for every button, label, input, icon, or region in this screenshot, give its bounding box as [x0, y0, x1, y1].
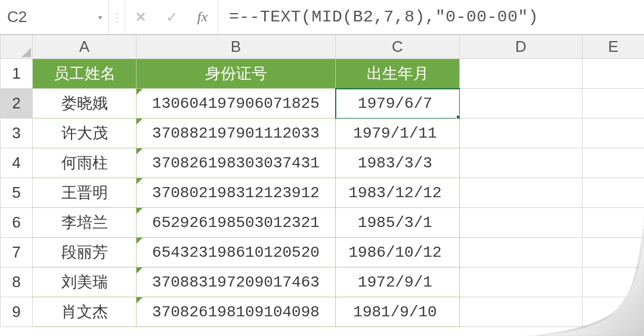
cell-A2[interactable]: 娄晓娥	[33, 89, 137, 119]
row-1: 1 员工姓名 身份证号 出生年月	[1, 59, 645, 89]
cell-E7[interactable]	[583, 238, 645, 267]
cell-A7[interactable]: 段丽芳	[33, 238, 137, 267]
cell-D8[interactable]	[460, 267, 583, 297]
row-4: 4 何雨柱 370826198303037431 1983/3/3	[1, 148, 645, 178]
row-3: 3 许大茂 370882197901112033 1979/1/11	[1, 119, 645, 148]
spreadsheet-grid: A B C D E 1 员工姓名 身份证号 出生年月 2 娄晓娥 1306041…	[0, 35, 644, 327]
cell-A5[interactable]: 王晋明	[33, 178, 137, 208]
cell-E4[interactable]	[583, 148, 645, 178]
cell-C9[interactable]: 1981/9/10	[336, 297, 460, 327]
cell-C5[interactable]: 1983/12/12	[336, 178, 460, 208]
cell-E5[interactable]	[583, 178, 645, 208]
cancel-formula-button[interactable]: ✕	[125, 0, 156, 34]
cell-C6[interactable]: 1985/3/1	[336, 208, 460, 238]
cell-E9[interactable]	[583, 297, 645, 327]
cell-A6[interactable]: 李培兰	[33, 208, 137, 238]
cell-A9[interactable]: 肖文杰	[33, 297, 137, 327]
formula-bar: C2 ▼ ⋮ ✕ ✓ fx =--TEXT(MID(B2,7,8),"0-00-…	[0, 0, 644, 35]
row-header-7[interactable]: 7	[1, 238, 33, 267]
insert-function-button[interactable]: fx	[187, 0, 218, 34]
cell-E8[interactable]	[583, 267, 645, 297]
check-icon: ✓	[166, 9, 178, 26]
cell-B8[interactable]: 370883197209017463	[137, 267, 336, 297]
cell-C8[interactable]: 1972/9/1	[336, 267, 460, 297]
cell-B1[interactable]: 身份证号	[137, 59, 336, 89]
col-header-A[interactable]: A	[33, 35, 137, 59]
formula-bar-divider: ⋮	[109, 0, 125, 34]
row-7: 7 段丽芳 654323198610120520 1986/10/12	[1, 238, 645, 267]
cell-C7[interactable]: 1986/10/12	[336, 238, 460, 267]
row-5: 5 王晋明 370802198312123912 1983/12/12	[1, 178, 645, 208]
cell-B9[interactable]: 370826198109104098	[137, 297, 336, 327]
chevron-down-icon[interactable]: ▼	[97, 14, 103, 20]
enter-formula-button[interactable]: ✓	[156, 0, 187, 34]
cell-D4[interactable]	[460, 148, 583, 178]
col-header-E[interactable]: E	[583, 35, 645, 59]
cell-D6[interactable]	[460, 208, 583, 238]
name-box-value: C2	[7, 8, 27, 26]
cell-B4[interactable]: 370826198303037431	[137, 148, 336, 178]
cell-C2[interactable]: 1979/6/7	[336, 89, 460, 119]
cell-B5[interactable]: 370802198312123912	[137, 178, 336, 208]
cell-A4[interactable]: 何雨柱	[33, 148, 137, 178]
cell-D5[interactable]	[460, 178, 583, 208]
select-all-corner[interactable]	[1, 35, 33, 59]
cell-E2[interactable]	[583, 89, 645, 119]
row-8: 8 刘美瑞 370883197209017463 1972/9/1	[1, 267, 645, 297]
row-9: 9 肖文杰 370826198109104098 1981/9/10	[1, 297, 645, 327]
svg-marker-0	[21, 48, 31, 57]
row-header-8[interactable]: 8	[1, 267, 33, 297]
col-header-C[interactable]: C	[336, 35, 460, 59]
row-2: 2 娄晓娥 130604197906071825 1979/6/7	[1, 89, 645, 119]
name-box[interactable]: C2 ▼	[0, 0, 109, 34]
cell-A3[interactable]: 许大茂	[33, 119, 137, 148]
cell-A8[interactable]: 刘美瑞	[33, 267, 137, 297]
cell-D7[interactable]	[460, 238, 583, 267]
cell-D1[interactable]	[460, 59, 583, 89]
cell-B6[interactable]: 652926198503012321	[137, 208, 336, 238]
formula-text: =--TEXT(MID(B2,7,8),"0-00-00")	[229, 8, 538, 26]
cell-E1[interactable]	[583, 59, 645, 89]
cell-B7[interactable]: 654323198610120520	[137, 238, 336, 267]
col-header-B[interactable]: B	[137, 35, 336, 59]
col-header-D[interactable]: D	[460, 35, 583, 59]
cell-E3[interactable]	[583, 119, 645, 148]
row-header-2[interactable]: 2	[1, 89, 33, 119]
close-icon: ✕	[135, 9, 147, 26]
cell-C4[interactable]: 1983/3/3	[336, 148, 460, 178]
row-header-3[interactable]: 3	[1, 119, 33, 148]
cell-E6[interactable]	[583, 208, 645, 238]
row-header-4[interactable]: 4	[1, 148, 33, 178]
row-header-9[interactable]: 9	[1, 297, 33, 327]
cell-B2[interactable]: 130604197906071825	[137, 89, 336, 119]
column-header-row: A B C D E	[1, 35, 645, 59]
cell-C1[interactable]: 出生年月	[336, 59, 460, 89]
cell-D9[interactable]	[460, 297, 583, 327]
cell-B3[interactable]: 370882197901112033	[137, 119, 336, 148]
cell-A1[interactable]: 员工姓名	[33, 59, 137, 89]
cell-D3[interactable]	[460, 119, 583, 148]
cell-D2[interactable]	[460, 89, 583, 119]
formula-input[interactable]: =--TEXT(MID(B2,7,8),"0-00-00")	[218, 0, 644, 34]
row-header-5[interactable]: 5	[1, 178, 33, 208]
select-all-icon	[21, 48, 31, 57]
fx-icon: fx	[197, 9, 208, 25]
row-6: 6 李培兰 652926198503012321 1985/3/1	[1, 208, 645, 238]
row-header-6[interactable]: 6	[1, 208, 33, 238]
row-header-1[interactable]: 1	[1, 59, 33, 89]
cell-C3[interactable]: 1979/1/11	[336, 119, 460, 148]
